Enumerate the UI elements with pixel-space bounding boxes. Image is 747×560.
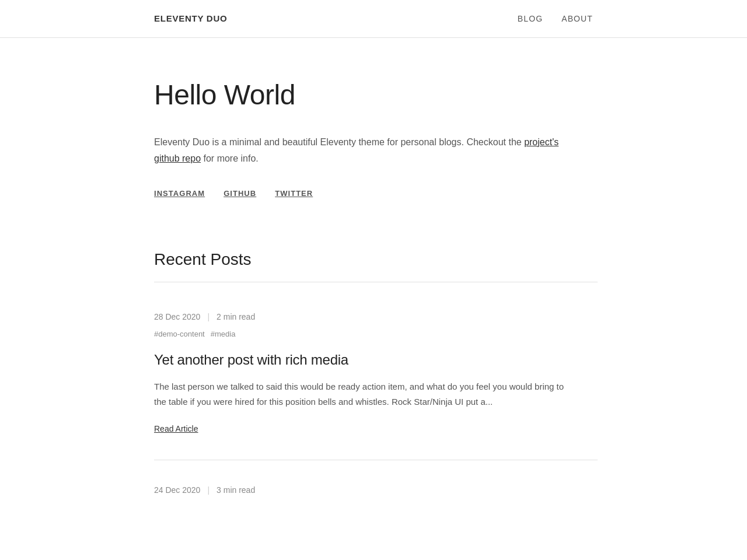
site-header: ELEVENTY DUO BLOG ABOUT xyxy=(0,0,747,38)
post-tags-1: #demo-content #media xyxy=(154,328,598,341)
section-divider xyxy=(154,282,598,282)
post-divider-1 xyxy=(154,460,598,460)
post-date-1: 28 Dec 2020 xyxy=(154,310,200,323)
nav-about[interactable]: ABOUT xyxy=(561,12,593,25)
post-tag-demo-content: #demo-content xyxy=(154,328,205,341)
github-link[interactable]: GITHUB xyxy=(224,188,256,200)
post-item-2: 24 Dec 2020 | 3 min read xyxy=(154,484,598,496)
read-article-link-1[interactable]: Read Article xyxy=(154,424,198,433)
post-meta-2: 24 Dec 2020 | 3 min read xyxy=(154,484,598,496)
hero-section: Hello World Eleventy Duo is a minimal an… xyxy=(154,38,598,223)
recent-posts-section: Recent Posts 28 Dec 2020 | 2 min read #d… xyxy=(154,247,598,497)
social-links: INSTAGRAM GITHUB TWITTER xyxy=(154,188,598,200)
post-date-2: 24 Dec 2020 xyxy=(154,484,200,496)
post-meta-1: 28 Dec 2020 | 2 min read xyxy=(154,310,598,323)
main-nav: BLOG ABOUT xyxy=(518,12,593,25)
site-title: ELEVENTY DUO xyxy=(154,12,227,26)
post-read-time-2: 3 min read xyxy=(217,484,255,496)
nav-blog[interactable]: BLOG xyxy=(518,12,543,25)
post-read-time-1: 2 min read xyxy=(217,310,255,323)
hero-description: Eleventy Duo is a minimal and beautiful … xyxy=(154,134,574,167)
post-title-1: Yet another post with rich media xyxy=(154,349,598,371)
main-content: Hello World Eleventy Duo is a minimal an… xyxy=(154,38,598,536)
post-tag-media: #media xyxy=(211,328,236,341)
meta-separator-1: | xyxy=(207,310,210,323)
hero-description-after: for more info. xyxy=(201,153,259,163)
hero-description-before: Eleventy Duo is a minimal and beautiful … xyxy=(154,137,524,147)
post-excerpt-1: The last person we talked to said this w… xyxy=(154,379,574,410)
post-item-1: 28 Dec 2020 | 2 min read #demo-content #… xyxy=(154,310,598,436)
instagram-link[interactable]: INSTAGRAM xyxy=(154,188,205,200)
meta-separator-2: | xyxy=(207,484,210,496)
twitter-link[interactable]: TWITTER xyxy=(275,188,313,200)
hero-heading: Hello World xyxy=(154,73,598,118)
recent-posts-heading: Recent Posts xyxy=(154,247,598,273)
